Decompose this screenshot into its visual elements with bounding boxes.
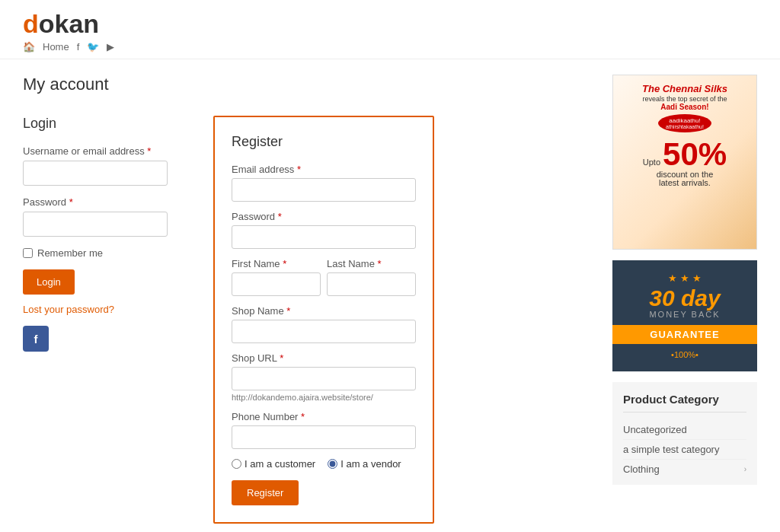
username-input[interactable] [23,161,168,186]
ad-tag1: aadikaathu! [666,117,704,124]
role-row: I am a customer I am a vendor [232,458,416,470]
login-section: Login Username or email address * Passwo… [23,116,190,352]
first-name-group: First Name * [232,258,321,296]
logo-text: okan [39,9,99,38]
shop-name-group: Shop Name * [232,305,416,343]
phone-input[interactable] [232,425,416,449]
password-required: * [69,196,73,208]
last-name-group: Last Name * [327,258,416,296]
username-group: Username or email address * [23,145,190,186]
guarantee-days: 30 day [620,287,750,310]
phone-label: Phone Number * [232,411,416,422]
product-category-title: Product Category [623,393,746,413]
shop-url-input[interactable] [232,367,416,390]
facebook-icon[interactable]: f [77,41,80,53]
ad-reveals: reveals the top secret of the [642,95,727,103]
clothing-chevron-icon: › [744,465,746,473]
remember-checkbox[interactable] [23,248,33,258]
twitter-icon[interactable]: 🐦 [87,41,99,53]
home-link[interactable]: Home [43,41,69,53]
ad-title: The Chennai Silks [642,83,727,95]
ad-discount-value: 50% [663,136,727,172]
youtube-icon[interactable]: ▶ [107,41,114,53]
ad-season: Aadi Season! [642,103,727,111]
facebook-login-btn[interactable]: f [23,326,49,352]
header: dokan 🏠 Home f 🐦 ▶ [0,0,780,59]
register-title: Register [232,134,416,150]
category-simple-test[interactable]: a simple test category [623,440,746,460]
first-name-input[interactable] [232,272,321,296]
password-input[interactable] [23,212,168,237]
category-clothing[interactable]: Clothing › [623,460,746,479]
main-container: My account Login Username or email addre… [0,59,780,532]
shop-name-input[interactable] [232,320,416,343]
guarantee-banner: GUARANTEE [612,325,757,344]
guarantee-pct: •100%• [620,350,750,359]
guarantee-section: ★ ★ ★ 30 day MONEY BACK GUARANTEE •100%• [612,260,757,371]
logo[interactable]: dokan [23,11,757,37]
register-button[interactable]: Register [232,480,299,505]
shop-url-hint: http://dokandemo.ajaira.website/store/ [232,393,416,402]
username-required: * [147,145,151,157]
customer-radio[interactable] [232,459,241,469]
last-name-label: Last Name * [327,258,416,269]
email-label: Email address * [232,164,416,175]
shop-url-label: Shop URL * [232,352,416,364]
customer-radio-label[interactable]: I am a customer [232,458,315,470]
reg-password-group: Password * [232,211,416,249]
page-title: My account [23,75,605,94]
reg-password-input[interactable] [232,225,416,249]
password-group: Password * [23,196,190,237]
phone-group: Phone Number * [232,411,416,449]
right-sidebar: The Chennai Silks reveals the top secret… [612,75,757,532]
ad-tag2: athirshtakaathu! [666,124,704,129]
vendor-radio[interactable] [328,459,337,469]
password-label: Password * [23,196,190,208]
name-row: First Name * Last Name * [232,258,416,296]
ad-off-text: discount on thelatest arrivals. [643,170,727,187]
ad-tag1-badge: aadikaathu! athirshtakaathu! [658,114,711,132]
product-category-section: Product Category Uncategorized a simple … [612,382,757,485]
register-section: Register Email address * Password * [213,116,434,524]
stars-icon: ★ ★ ★ [620,272,750,284]
guarantee-money: MONEY BACK [620,310,750,319]
first-name-label: First Name * [232,258,321,269]
last-name-input[interactable] [327,272,416,296]
ad-brand-name: The Chennai Silks reveals the top secret… [642,83,727,111]
login-title: Login [23,116,190,132]
shop-name-label: Shop Name * [232,305,416,317]
ad-banner: The Chennai Silks reveals the top secret… [612,75,757,250]
nav-bar: 🏠 Home f 🐦 ▶ [23,41,757,53]
shop-url-group: Shop URL * http://dokandemo.ajaira.websi… [232,352,416,402]
email-group: Email address * [232,164,416,202]
content-area: Login Username or email address * Passwo… [23,116,605,524]
logo-accent: d [23,9,39,38]
reg-password-label: Password * [232,211,416,222]
vendor-radio-label[interactable]: I am a vendor [328,458,401,470]
ad-discount: Upto 50% discount on thelatest arrivals. [643,139,727,187]
login-button[interactable]: Login [23,269,75,295]
home-icon: 🏠 [23,41,35,53]
remember-label: Remember me [37,247,103,259]
left-area: My account Login Username or email addre… [23,75,605,532]
username-label: Username or email address * [23,145,190,157]
email-input[interactable] [232,178,416,202]
lost-password-link[interactable]: Lost your password? [23,304,190,315]
remember-row: Remember me [23,247,190,259]
category-uncategorized[interactable]: Uncategorized [623,420,746,440]
